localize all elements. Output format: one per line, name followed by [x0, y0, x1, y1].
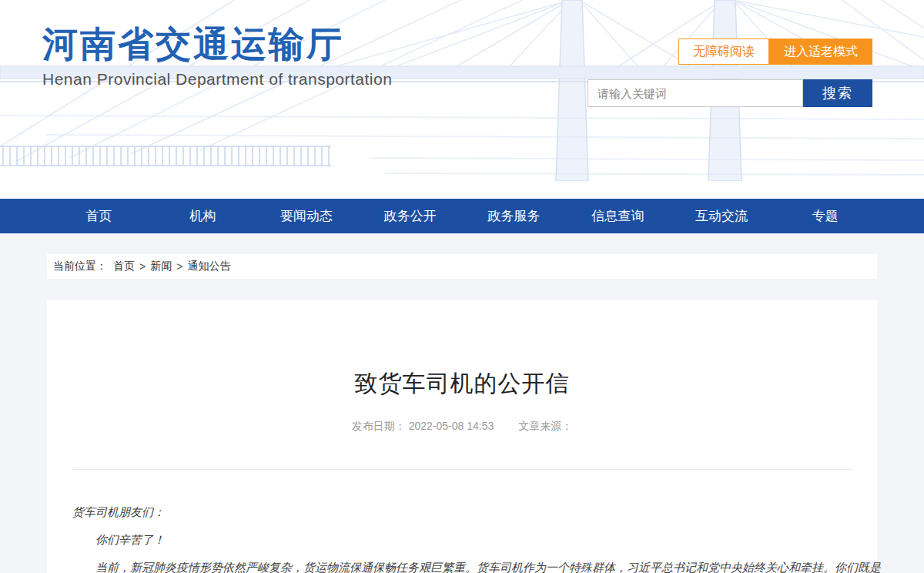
nav-item-special-topics[interactable]: 专题	[773, 199, 877, 233]
article-body: 货车司机朋友们： 你们辛苦了！ 当前，新冠肺炎疫情形势依然严峻复杂，货运物流保通…	[72, 505, 852, 573]
accessibility-reading-button[interactable]: 无障碍阅读	[678, 39, 769, 65]
article-paragraph: 你们辛苦了！	[72, 533, 852, 548]
breadcrumb-item-news[interactable]: 新闻	[150, 260, 172, 273]
site-header: 河南省交通运输厅 Henan Provincial Department of …	[0, 0, 924, 199]
site-title[interactable]: 河南省交通运输厅	[42, 23, 392, 65]
site-subtitle: Henan Provincial Department of transport…	[42, 70, 392, 89]
search-button[interactable]: 搜索	[803, 79, 872, 107]
publish-date-label: 发布日期：	[352, 420, 406, 432]
nav-item-gov-disclosure[interactable]: 政务公开	[358, 199, 462, 233]
publish-date-value: 2022-05-08 14:53	[409, 420, 494, 432]
breadcrumb-label: 当前位置：	[53, 260, 107, 273]
search-input[interactable]	[588, 79, 803, 107]
main-nav: 首页 机构 要闻动态 政务公开 政务服务 信息查询 互动交流 专题	[0, 199, 924, 233]
nav-item-info-query[interactable]: 信息查询	[566, 199, 670, 233]
elder-mode-button[interactable]: 进入适老模式	[769, 39, 872, 65]
nav-item-organization[interactable]: 机构	[151, 199, 255, 233]
article-meta: 发布日期： 2022-05-08 14:53 文章来源：	[47, 420, 877, 434]
breadcrumb-separator: >	[139, 260, 146, 273]
nav-item-home[interactable]: 首页	[47, 199, 151, 233]
site-logo[interactable]: 河南省交通运输厅 Henan Provincial Department of …	[42, 23, 392, 89]
mode-buttons: 无障碍阅读 进入适老模式	[678, 39, 872, 65]
nav-item-interaction[interactable]: 互动交流	[670, 199, 774, 233]
search-box: 搜索	[588, 79, 872, 107]
article-title: 致货车司机的公开信	[47, 368, 877, 400]
article-paragraph: 当前，新冠肺炎疫情形势依然严峻复杂，货运物流保通保畅任务艰巨繁重。货车司机作为一…	[72, 561, 852, 573]
breadcrumb-item-home[interactable]: 首页	[113, 260, 135, 273]
breadcrumb: 当前位置： 首页 > 新闻 > 通知公告	[47, 254, 877, 279]
article-divider	[72, 469, 852, 470]
article-card: 致货车司机的公开信 发布日期： 2022-05-08 14:53 文章来源： 货…	[47, 300, 877, 573]
breadcrumb-separator: >	[176, 260, 182, 273]
article-paragraph: 货车司机朋友们：	[72, 505, 852, 520]
source-label: 文章来源：	[518, 420, 572, 432]
nav-item-gov-services[interactable]: 政务服务	[462, 199, 566, 233]
nav-item-news[interactable]: 要闻动态	[255, 199, 359, 233]
breadcrumb-item-notices[interactable]: 通知公告	[187, 260, 230, 273]
